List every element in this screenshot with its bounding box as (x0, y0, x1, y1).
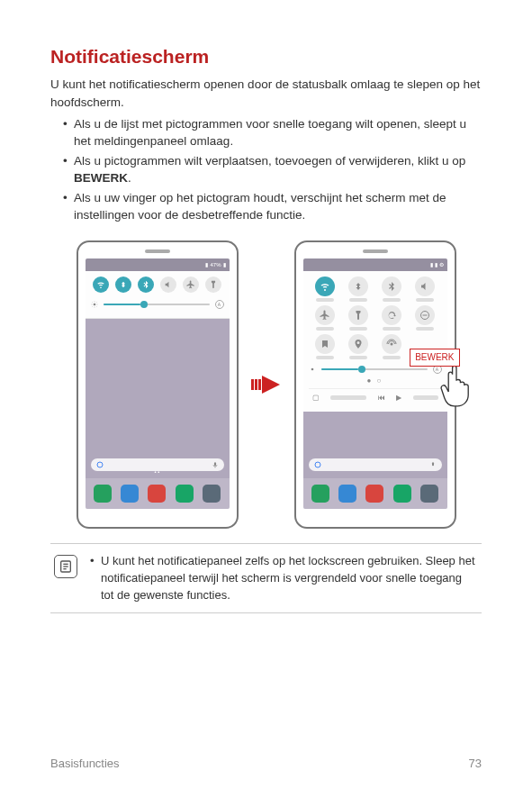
instruction-item: Als u pictogrammen wilt verplaatsen, toe… (63, 152, 482, 187)
text: Als u pictogrammen wilt verplaatsen, toe… (74, 154, 465, 168)
battery-percent: 47% (210, 261, 221, 269)
svg-rect-2 (214, 462, 216, 466)
battery-icon: ▮ (223, 261, 226, 269)
svg-point-9 (311, 368, 313, 371)
gallery-app-icon (176, 485, 194, 503)
phone-app-icon (311, 485, 329, 503)
svg-point-8 (391, 342, 393, 345)
svg-point-10 (315, 462, 320, 467)
location-icon (348, 334, 368, 354)
instruction-list: Als u de lijst met pictogrammen voor sne… (50, 115, 482, 224)
status-bar: ▮ 47% ▮ (86, 258, 230, 271)
page-indicator: • • (86, 468, 230, 476)
figure-row: ▮ 47% ▮ A (50, 240, 482, 529)
bewerk-callout: BEWERK (410, 349, 459, 367)
instruction-item: Als u uw vinger op het pictogram houdt, … (63, 189, 482, 224)
page-footer: Basisfuncties 73 (50, 756, 482, 773)
settings-gear-icon: ⚙ (439, 261, 444, 269)
svg-rect-3 (251, 379, 254, 390)
phone-mockup-expanded: ▮ ▮ ⚙ (294, 240, 456, 529)
arrow-icon (251, 374, 282, 395)
wifi-icon (93, 277, 109, 293)
footer-section: Basisfuncties (50, 756, 120, 773)
google-icon (96, 461, 104, 468)
svg-rect-4 (255, 379, 257, 390)
media-prev-icon: ⏮ (378, 393, 385, 404)
flashlight-icon (348, 305, 368, 325)
messages-app-icon (338, 485, 356, 503)
battery-icon: ▮ (435, 261, 437, 269)
bluetooth-icon (138, 277, 154, 293)
hand-pointer-icon (437, 361, 476, 410)
note-icon (54, 555, 77, 578)
phone-mockup-collapsed: ▮ 47% ▮ A (77, 240, 239, 529)
panel-page-dots: ● ○ (309, 376, 442, 386)
sound-icon (415, 277, 435, 296)
quick-panel-collapsed: A (86, 271, 230, 319)
signal-icon: ▮ (430, 261, 433, 269)
page-number: 73 (469, 756, 482, 773)
search-bar (309, 458, 442, 471)
app-dock (86, 478, 230, 509)
google-icon (314, 461, 321, 468)
media-controls: ▢ ⏮ ▶ (309, 388, 442, 407)
camera-app-icon (365, 485, 383, 503)
data-icon (115, 277, 131, 293)
text: . (128, 171, 131, 185)
hotspot-icon (382, 334, 401, 354)
messages-app-icon (121, 485, 139, 503)
dnd-icon (415, 305, 435, 325)
instruction-item: Als u de lijst met pictogrammen voor sne… (63, 115, 482, 150)
brightness-icon (309, 366, 316, 373)
bewerk-keyword: BEWERK (74, 171, 128, 185)
section-heading: Notificatiescherm (50, 43, 482, 70)
sound-icon (160, 277, 176, 293)
svg-rect-7 (423, 314, 428, 315)
svg-point-1 (97, 462, 103, 467)
airplane-icon (183, 277, 199, 293)
apps-icon (203, 485, 221, 503)
note-box: U kunt het notificatiepaneel zelfs op he… (50, 543, 482, 614)
apps-icon (420, 485, 438, 503)
mic-icon (212, 461, 219, 468)
mic-icon (429, 461, 437, 468)
gallery-app-icon (393, 485, 411, 503)
quick-panel-expanded: A ● ○ ▢ ⏮ ▶ (303, 271, 447, 412)
signal-icon: ▮ (205, 261, 208, 269)
wifi-icon (315, 277, 335, 296)
note-text: U kunt het notificatiepaneel zelfs op he… (90, 553, 478, 604)
brightness-slider: A (91, 300, 224, 309)
svg-point-0 (93, 304, 95, 306)
nfc-icon (315, 334, 335, 354)
status-bar: ▮ ▮ ⚙ (303, 258, 447, 271)
brightness-icon (91, 301, 98, 308)
flashlight-icon (205, 277, 221, 293)
bluetooth-icon (382, 277, 401, 296)
camera-app-icon (148, 485, 166, 503)
svg-rect-5 (258, 379, 261, 390)
qslide-icon: ▢ (312, 393, 320, 404)
svg-rect-11 (432, 462, 434, 466)
auto-brightness-icon: A (215, 300, 224, 309)
airplane-icon (315, 305, 335, 325)
rotation-icon (382, 305, 401, 325)
data-icon (348, 277, 368, 296)
phone-app-icon (94, 485, 112, 503)
intro-paragraph: U kunt het notificatiescherm openen door… (50, 76, 482, 111)
media-play-icon: ▶ (396, 393, 401, 404)
app-dock (303, 478, 447, 509)
